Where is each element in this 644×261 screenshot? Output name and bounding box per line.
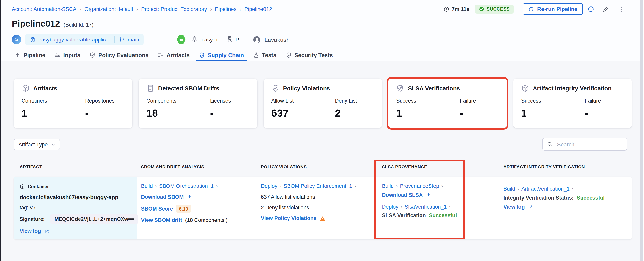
title-row: Pipeline012 (Build Id: 17) — [12, 19, 644, 29]
column-header-artifact: ARTIFACT — [14, 164, 138, 169]
policy-cell: Deploy › SBOM Policy Enforcement_1 › 637… — [257, 177, 378, 240]
run-duration-value: 7m 11s — [452, 6, 469, 12]
tab-supply-chain[interactable]: Supply Chain — [198, 49, 244, 61]
supply-chain-content: Artifacts Containers1 Repositories- Dete… — [1, 62, 644, 261]
breadcrumb-link-project[interactable]: Project: Product Exploratory — [141, 6, 207, 12]
breadcrumb-link-account[interactable]: Account: Automation-SSCA — [12, 6, 76, 12]
sbom-drift-count: (18 Components ) — [185, 217, 228, 224]
branch-link[interactable]: main — [119, 36, 139, 42]
service-name: easy-b... — [202, 36, 222, 42]
run-duration: 7m 11s — [444, 6, 469, 12]
tab-artifacts[interactable]: Artifacts — [158, 49, 190, 61]
supply-chain-page: Account: Automation-SSCA › Organization:… — [0, 0, 644, 261]
tab-pipeline[interactable]: Pipeline — [14, 49, 45, 61]
policy-stage-link[interactable]: Deploy — [261, 183, 277, 189]
tab-label: Inputs — [63, 52, 80, 58]
user-name: Lavakush — [264, 36, 290, 43]
policy-step-link[interactable]: SBOM Policy Enforcement_1 — [284, 183, 352, 189]
breadcrumb-link-pipeline012[interactable]: Pipeline012 — [244, 6, 272, 12]
metric-value: 2 — [335, 107, 374, 119]
integrity-card-icon — [521, 84, 529, 92]
execution-tabs: Pipeline Inputs Policy Evaluations Artif… — [1, 48, 644, 61]
tab-policy-evaluations[interactable]: Policy Evaluations — [89, 49, 148, 61]
slsa-verifications-summary-card: SLSA Verifications Success1 Failure- — [388, 79, 507, 128]
sbom-score-link[interactable]: SBOM Score — [141, 206, 173, 212]
artifacts-summary-card: Artifacts Containers1 Repositories- — [14, 79, 132, 128]
policy-evaluations-tab-icon — [89, 52, 96, 58]
allow-list-violations: 637 Allow list violations — [261, 194, 374, 200]
metric-value: - — [460, 107, 499, 119]
card-title: Policy Violations — [283, 85, 330, 92]
tab-label: Tests — [262, 52, 276, 58]
harness-ci-icon: ∞ — [176, 35, 186, 44]
slsa-provenance-breadcrumb: Build › ProvenanceStep › — [382, 183, 495, 189]
view-policy-violations-link[interactable]: View Policy Violations — [261, 215, 316, 222]
sbom-stage-link[interactable]: Build — [141, 183, 153, 189]
section-divider — [246, 34, 246, 45]
view-sbom-drift-link[interactable]: View SBOM drift — [141, 217, 182, 224]
breadcrumb-chevron: › — [396, 183, 398, 189]
breadcrumb-link-pipelines[interactable]: Pipelines — [215, 6, 236, 12]
slsa-verification-breadcrumb: Deploy › SlsaVerification_1 › — [382, 204, 495, 210]
scrollbar-thumb[interactable] — [640, 0, 643, 261]
artifact-tag: tag: v5 — [20, 205, 133, 211]
slsa-verification-step-link[interactable]: SlsaVerification_1 — [405, 204, 447, 210]
repo-link[interactable]: easybuggy-vulnerable-applic... — [30, 36, 110, 42]
tab-label: Security Tests — [294, 52, 333, 58]
breadcrumb-separator: › — [210, 6, 212, 12]
policy-step-breadcrumb: Deploy › SBOM Policy Enforcement_1 › — [261, 183, 374, 189]
column-header-policy: POLICY VIOLATIONS — [257, 164, 378, 169]
more-options-button[interactable] — [616, 4, 626, 14]
page-title: Pipeline012 — [12, 19, 60, 29]
breadcrumb-chevron: › — [354, 183, 356, 189]
external-link-icon — [44, 229, 49, 234]
rerun-pipeline-label: Re-run Pipeline — [537, 6, 578, 12]
card-title: SLSA Verifications — [408, 85, 460, 92]
artifact-view-log-link[interactable]: View log — [20, 228, 41, 234]
deny-list-violations: 2 Deny list violations — [261, 205, 374, 211]
tab-security-tests[interactable]: Security Tests — [285, 49, 333, 61]
provenance-step-link[interactable]: ProvenanceStep — [400, 183, 439, 189]
pipeline-tab-icon — [14, 52, 21, 58]
repo-branch-chip[interactable]: easybuggy-vulnerable-applic... main — [25, 34, 144, 45]
metric-value: 637 — [271, 107, 323, 119]
breadcrumb-chevron: › — [518, 186, 519, 192]
artifact-type-select[interactable]: Artifact Type — [14, 139, 60, 150]
edit-pipeline-button[interactable] — [601, 4, 610, 14]
slsa-status-label: SLSA Verification — [382, 213, 426, 219]
download-icon — [426, 193, 432, 198]
search-input[interactable] — [556, 141, 629, 148]
policy-violations-card-icon — [271, 84, 280, 92]
integrity-stage-link[interactable]: Build — [503, 186, 515, 192]
integrity-view-log-link[interactable]: View log — [503, 204, 525, 210]
slsa-build-stage-link[interactable]: Build — [382, 183, 394, 189]
info-button[interactable] — [586, 4, 596, 14]
artifact-verification-step-link[interactable]: ArtifactVerification_1 — [522, 186, 570, 192]
integrity-cell: Build › ArtifactVerification_1 › Integri… — [500, 177, 632, 240]
artifacts-tab-icon — [158, 52, 164, 58]
artifacts-card-icon — [22, 84, 30, 92]
search-box[interactable] — [542, 138, 627, 151]
breadcrumb-link-organization[interactable]: Organization: default — [84, 6, 133, 12]
column-header-slsa: SLSA PROVENANCE — [378, 164, 500, 169]
page-header: Account: Automation-SSCA › Organization:… — [1, 0, 644, 48]
slsa-deploy-stage-link[interactable]: Deploy — [382, 204, 398, 210]
tab-tests[interactable]: Tests — [253, 49, 276, 61]
metric-value: 18 — [146, 107, 198, 119]
download-sbom-link[interactable]: Download SBOM — [141, 194, 184, 200]
rerun-pipeline-button[interactable]: Re-run Pipeline — [523, 3, 583, 15]
artifact-type-badge: Container — [20, 184, 133, 190]
breadcrumb-separator: › — [240, 6, 241, 12]
status-badge-label: SUCCESS — [486, 7, 510, 11]
metric-label: Allow List — [271, 98, 323, 104]
info-icon — [588, 6, 594, 12]
signature-row: Signature: MEQCICde2Vjl...L+2+mqnOXw== — [20, 215, 133, 224]
breadcrumb-chevron: › — [401, 204, 402, 210]
chevron-down-icon — [51, 142, 56, 147]
download-slsa-link[interactable]: Download SLSA — [382, 192, 423, 198]
metric-value: - — [85, 107, 124, 119]
tab-inputs[interactable]: Inputs — [54, 49, 80, 61]
metric-label: Deny List — [335, 98, 374, 104]
slsa-status-value: Successful — [429, 213, 457, 219]
sbom-step-link[interactable]: SBOM Orchestration_1 — [159, 183, 214, 189]
